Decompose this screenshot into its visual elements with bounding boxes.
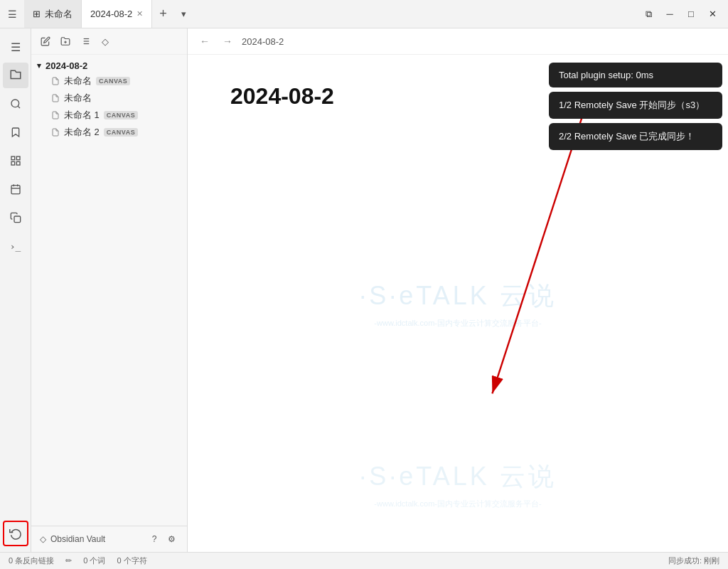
- sort-icon[interactable]: [77, 33, 94, 50]
- svg-rect-10: [14, 216, 21, 223]
- folder-label: 2024-08-2: [46, 60, 87, 71]
- file-label: 未命名 1: [64, 109, 100, 122]
- dropdown-button[interactable]: ▾: [174, 0, 193, 28]
- title-bar: ☰ ⊞ 未命名 2024-08-2 ✕ + ▾ ⧉ ─ □ ✕: [0, 0, 728, 28]
- popup-remote-save-1[interactable]: 1/2 Remotely Save 开始同步（s3）: [549, 92, 722, 119]
- sidebar-toggle-icon[interactable]: ☰: [3, 34, 28, 60]
- new-note-icon[interactable]: [37, 33, 54, 50]
- svg-point-0: [11, 100, 19, 107]
- svg-rect-5: [16, 161, 20, 165]
- file-icon: [51, 94, 60, 102]
- tab-unnamed-label: 未命名: [45, 8, 73, 21]
- canvas-badge: CANVAS: [96, 77, 130, 85]
- sidebar-icons: ☰: [0, 28, 31, 552]
- app-body: ☰: [0, 28, 728, 552]
- minimize-button[interactable]: ─: [660, 4, 680, 24]
- backlinks-count: 0 条反向链接: [9, 555, 54, 566]
- title-bar-controls: ⧉ ─ □ ✕: [633, 4, 728, 24]
- title-bar-left: ☰: [0, 8, 24, 21]
- vault-icon: ◇: [40, 534, 46, 544]
- vault-footer[interactable]: ◇ Obsidian Vault ? ⚙: [31, 526, 187, 552]
- note-path: 2024-08-2: [242, 36, 284, 47]
- svg-rect-6: [11, 186, 20, 194]
- char-count: 0 个字符: [117, 555, 146, 566]
- nav-back-button[interactable]: ←: [196, 33, 213, 50]
- svg-rect-4: [11, 161, 15, 165]
- file-list: ▾ 2024-08-2 未命名 CANVAS 未命名 未命名 1 CANVAS …: [31, 55, 187, 526]
- folder-icon: ▾: [37, 61, 41, 70]
- tab-unnamed[interactable]: ⊞ 未命名: [24, 0, 82, 28]
- tab-date[interactable]: 2024-08-2 ✕: [82, 0, 152, 28]
- svg-rect-3: [16, 156, 20, 160]
- popup-container: Total plugin setup: 0ms 1/2 Remotely Sav…: [543, 57, 728, 156]
- popup-remote-save-2[interactable]: 2/2 Remotely Save 已完成同步！: [549, 123, 722, 150]
- tab-unnamed-icon: ⊞: [33, 9, 41, 19]
- calendar-icon[interactable]: [3, 176, 28, 202]
- collapse-icon[interactable]: ◇: [97, 33, 114, 50]
- popup-plugin-setup-text: Total plugin setup: 0ms: [559, 70, 653, 80]
- main-content: ← → 2024-08-2 2024-08-2 ·S·eTALK 云说 -www…: [188, 28, 728, 552]
- watermark-bottom: ·S·eTALK 云说 -www.idctalk.com-国内专业云计算交流服务…: [359, 459, 556, 509]
- file-label: 未命名 2: [64, 126, 100, 139]
- bookmarks-icon[interactable]: [3, 119, 28, 145]
- edit-icon[interactable]: ✏: [65, 556, 72, 565]
- canvas-badge: CANVAS: [104, 128, 138, 137]
- close-button[interactable]: ✕: [702, 4, 722, 24]
- file-label: 未命名: [64, 92, 92, 105]
- history-icon[interactable]: [3, 521, 28, 546]
- file-explorer-icon[interactable]: [3, 63, 28, 88]
- split-view-button[interactable]: ⧉: [638, 4, 658, 24]
- settings-icon[interactable]: ⚙: [164, 532, 178, 546]
- tab-area: ⊞ 未命名 2024-08-2 ✕ + ▾: [24, 0, 633, 28]
- canvas-badge: CANVAS: [104, 111, 138, 119]
- list-item[interactable]: 未命名 CANVAS: [31, 73, 187, 90]
- file-icon: [51, 77, 60, 85]
- nav-forward-button[interactable]: →: [219, 33, 236, 50]
- vault-name: Obsidian Vault: [50, 534, 105, 544]
- file-label: 未命名: [64, 75, 92, 87]
- popup-remote-save-2-text: 2/2 Remotely Save 已完成同步！: [559, 131, 695, 142]
- file-icon: [51, 128, 60, 137]
- word-count: 0 个词: [83, 555, 105, 566]
- copy-icon[interactable]: [3, 205, 28, 230]
- maximize-button[interactable]: □: [681, 4, 701, 24]
- graph-icon[interactable]: [3, 148, 28, 174]
- help-icon[interactable]: ?: [147, 532, 161, 546]
- file-panel: ◇ ▾ 2024-08-2 未命名 CANVAS 未命名 未命名 1 CANVA…: [31, 28, 188, 552]
- tab-close-icon[interactable]: ✕: [136, 9, 143, 18]
- popup-remote-save-1-text: 1/2 Remotely Save 开始同步（s3）: [559, 100, 705, 110]
- search-icon[interactable]: [3, 91, 28, 117]
- terminal-icon[interactable]: ›_: [3, 233, 28, 259]
- new-tab-button[interactable]: +: [152, 0, 174, 28]
- sidebar-toggle-icon[interactable]: ☰: [6, 8, 18, 21]
- footer-icons: ? ⚙: [147, 532, 178, 546]
- note-toolbar: ← → 2024-08-2: [188, 28, 728, 55]
- tab-date-label: 2024-08-2: [90, 9, 132, 19]
- list-item[interactable]: 未命名 1 CANVAS: [31, 107, 187, 124]
- popup-plugin-setup[interactable]: Total plugin setup: 0ms: [549, 63, 722, 87]
- svg-rect-2: [11, 156, 15, 160]
- status-bar-right: 同步成功: 刚刚: [668, 555, 719, 566]
- list-item[interactable]: 未命名 2 CANVAS: [31, 124, 187, 141]
- svg-line-1: [18, 106, 20, 108]
- list-item[interactable]: 未命名: [31, 90, 187, 107]
- status-bar: 0 条反向链接 ✏ 0 个词 0 个字符 同步成功: 刚刚: [0, 552, 728, 569]
- folder-item-date[interactable]: ▾ 2024-08-2: [31, 58, 187, 73]
- new-folder-icon[interactable]: [57, 33, 74, 50]
- file-icon: [51, 111, 60, 119]
- sync-status: 同步成功: 刚刚: [668, 555, 719, 566]
- file-panel-toolbar: ◇: [31, 28, 187, 55]
- watermark-center: ·S·eTALK 云说 -www.idctalk.com-国内专业云计算交流服务…: [359, 279, 556, 329]
